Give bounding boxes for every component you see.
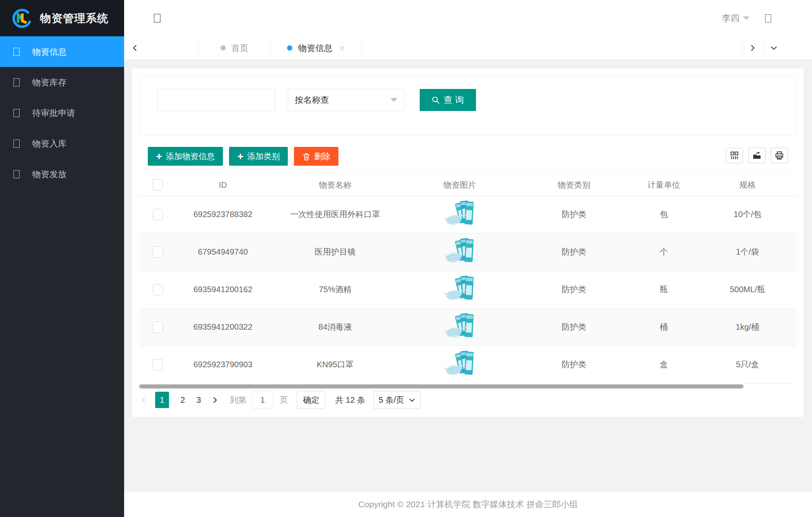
tab-bar: 首页 物资信息 ×: [124, 36, 812, 60]
per-page-label: 5 条/页: [379, 395, 404, 406]
content-card: 按名称查 查 询 + 添加物资信息 + 添加类别 删除: [132, 69, 803, 417]
tab-close-icon[interactable]: ×: [339, 43, 345, 53]
tab-label: 物资信息: [298, 42, 332, 54]
user-dropdown-icon[interactable]: [743, 16, 750, 20]
app-window: 物资管理系统 物资信息 物资库存 待审批申请 物资入库 物资发放: [0, 0, 812, 517]
sidebar-item-materials-inbound[interactable]: 物资入库: [0, 128, 124, 159]
pagination-page-3[interactable]: 3: [196, 395, 201, 405]
tab-status-dot: [220, 45, 226, 51]
cell-id: 6935941200322: [176, 322, 270, 332]
cell-id: 6935941200162: [176, 285, 270, 294]
menu-item-label: 物资信息: [32, 46, 67, 58]
table-row: 6935941200162 75%酒精 防护类 瓶 500ML/瓶: [139, 271, 796, 308]
select-all-checkbox[interactable]: [153, 179, 163, 191]
add-category-button[interactable]: + 添加类别: [229, 147, 288, 166]
sidebar: 物资管理系统 物资信息 物资库存 待审批申请 物资入库 物资发放: [0, 0, 124, 517]
pagination: 1 2 3 到第 页 确定 共 12 条 5 条/页: [140, 391, 420, 409]
row-checkbox[interactable]: [153, 359, 163, 371]
top-header: 李四: [124, 0, 812, 36]
menu-glyph-icon: [13, 78, 20, 87]
keyword-input[interactable]: [158, 89, 275, 111]
horizontal-scrollbar[interactable]: [139, 384, 743, 388]
cell-category: 防护类: [519, 359, 629, 370]
add-material-label: 添加物资信息: [166, 151, 215, 162]
print-icon: [775, 151, 784, 160]
table-row: 6925923788382 一次性使用医用外科口罩 防护类 包 10个/包: [139, 196, 796, 233]
pagination-prev-button[interactable]: [140, 397, 147, 403]
add-category-label: 添加类别: [247, 151, 280, 162]
app-logo-icon: [11, 8, 33, 29]
goto-confirm-button[interactable]: 确定: [297, 391, 325, 409]
tab-label: 首页: [231, 42, 249, 54]
sidebar-item-materials-stock[interactable]: 物资库存: [0, 67, 124, 98]
app-title: 物资管理系统: [40, 11, 109, 26]
search-filter-select[interactable]: 按名称查: [288, 89, 405, 111]
sidebar-item-materials-info[interactable]: 物资信息: [0, 36, 124, 67]
tab-status-dot: [287, 45, 292, 51]
column-header-unit: 计量单位: [629, 180, 699, 191]
tabs-dropdown-button[interactable]: [763, 36, 784, 60]
cell-unit: 桶: [629, 322, 699, 333]
menu-item-label: 待审批申请: [32, 107, 75, 119]
header-action-icon[interactable]: [765, 14, 771, 22]
column-header-id: ID: [176, 180, 270, 190]
logo-bar: 物资管理系统: [0, 0, 124, 36]
row-checkbox[interactable]: [153, 246, 163, 258]
page-unit-label: 页: [280, 395, 288, 406]
goto-label: 到第: [230, 395, 246, 406]
pagination-page-1[interactable]: 1: [155, 392, 169, 408]
user-area: 李四: [722, 0, 771, 36]
plus-icon: +: [237, 151, 243, 162]
cell-category: 防护类: [519, 322, 629, 333]
row-checkbox[interactable]: [153, 322, 163, 333]
table-row: 67954949740 医用护目镜 防护类 个 1个/袋: [139, 233, 796, 271]
goto-page-input[interactable]: [252, 391, 273, 409]
pagination-page-2[interactable]: 2: [180, 395, 185, 405]
copyright-text: Copyright © 2021 计算机学院 数字媒体技术 拼命三郎小组: [358, 499, 578, 510]
cell-spec: 500ML/瓶: [699, 284, 796, 295]
tabs-scroll-right-button[interactable]: [742, 36, 763, 60]
chevron-right-icon: [749, 44, 756, 51]
trash-icon: [302, 152, 311, 161]
sidebar-menu: 物资信息 物资库存 待审批申请 物资入库 物资发放: [0, 36, 124, 189]
cell-name: 一次性使用医用外科口罩: [270, 209, 400, 220]
columns-toggle-button[interactable]: [726, 148, 743, 163]
table-row: 6925923790903 KN95口罩 防护类 盒 5只/盒: [139, 346, 796, 384]
pagination-next-button[interactable]: [211, 397, 218, 404]
tabs-scroll-left-button[interactable]: [124, 36, 145, 60]
menu-toggle-icon[interactable]: [154, 14, 160, 22]
table-row: 6935941200322 84消毒液 防护类 桶 1kg/桶: [139, 308, 796, 346]
cell-id: 67954949740: [176, 247, 270, 257]
toolbar: + 添加物资信息 + 添加类别 删除: [148, 147, 788, 166]
cell-spec: 1kg/桶: [699, 322, 796, 333]
cell-id: 6925923788382: [176, 210, 270, 219]
delete-button[interactable]: 删除: [294, 147, 338, 166]
row-checkbox[interactable]: [153, 209, 163, 220]
row-checkbox[interactable]: [153, 284, 163, 295]
page-footer: Copyright © 2021 计算机学院 数字媒体技术 拼命三郎小组: [124, 492, 812, 517]
username[interactable]: 李四: [722, 12, 740, 24]
delete-label: 删除: [314, 151, 330, 162]
cell-category: 防护类: [519, 284, 629, 295]
export-button[interactable]: [748, 148, 765, 163]
sidebar-item-materials-distribution[interactable]: 物资发放: [0, 159, 124, 189]
sidebar-item-pending-approval[interactable]: 待审批申请: [0, 98, 124, 128]
add-material-button[interactable]: + 添加物资信息: [148, 147, 223, 166]
tab-home[interactable]: 首页: [198, 36, 270, 60]
product-image: [445, 350, 475, 380]
tab-materials-info[interactable]: 物资信息 ×: [270, 36, 362, 60]
menu-glyph-icon: [13, 170, 20, 178]
cell-name: 84消毒液: [270, 322, 400, 333]
menu-item-label: 物资发放: [32, 169, 67, 180]
product-image: [445, 237, 475, 267]
cell-name: KN95口罩: [270, 359, 400, 370]
print-button[interactable]: [771, 148, 788, 163]
cell-spec: 1个/袋: [699, 246, 796, 257]
search-icon: [432, 96, 440, 104]
cell-spec: 5只/盒: [699, 359, 796, 370]
cell-spec: 10个/包: [699, 209, 796, 220]
chevron-right-icon: [211, 397, 218, 404]
search-button[interactable]: 查 询: [420, 89, 476, 111]
select-arrow-icon: [390, 98, 398, 102]
per-page-select[interactable]: 5 条/页: [374, 391, 420, 409]
